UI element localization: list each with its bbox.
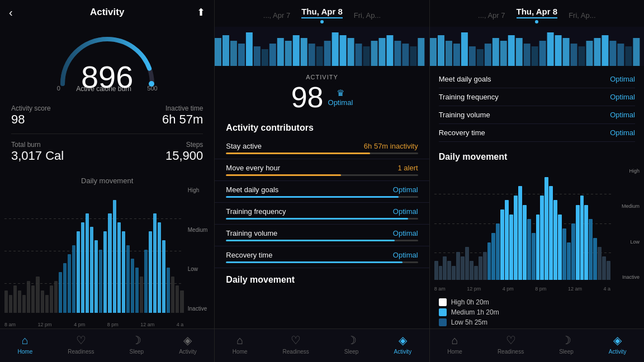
score-row: 98 ♛ Optimal — [291, 80, 353, 114]
legend-dot — [439, 318, 447, 326]
nav-readiness[interactable]: ♡ Readiness — [68, 334, 94, 355]
movement-bar-item — [443, 256, 447, 280]
crown-icon: ♛ — [337, 88, 344, 98]
contributor-row: Recovery time Optimal — [215, 246, 429, 268]
svg-rect-38 — [508, 35, 514, 66]
nav-sleep-label: Sleep — [130, 349, 144, 355]
svg-rect-46 — [570, 44, 577, 66]
svg-rect-45 — [562, 38, 569, 66]
movement-bar-item — [509, 215, 513, 280]
movement-bar-item — [479, 256, 482, 280]
svg-rect-16 — [332, 32, 339, 66]
svg-rect-42 — [539, 41, 546, 66]
sleep-icon: ☽ — [131, 334, 141, 347]
bar-item — [72, 245, 75, 313]
bar-item — [18, 290, 21, 313]
p3-chart-levels: High Medium Low Inactive — [622, 168, 640, 280]
svg-rect-31 — [453, 44, 460, 66]
svg-rect-39 — [515, 38, 522, 66]
svg-rect-14 — [316, 46, 323, 66]
readiness-value: Optimal — [610, 75, 635, 83]
svg-rect-52 — [617, 44, 624, 66]
nav-readiness-p2[interactable]: ♡ Readiness — [283, 334, 309, 355]
p3-date-dot — [535, 20, 538, 23]
bar-item — [68, 254, 71, 313]
bar-item — [113, 200, 116, 313]
p3-date-center-wrap: Thu, Apr 8 — [517, 7, 558, 23]
contributor-bar-bg — [226, 218, 418, 220]
movement-bar-item — [602, 256, 606, 280]
stat-value-activity: 98 — [11, 112, 107, 127]
movement-bar-item — [527, 219, 531, 280]
p3-level-medium: Medium — [622, 203, 640, 209]
svg-rect-32 — [461, 32, 468, 66]
back-button[interactable]: ‹ — [9, 6, 13, 19]
svg-rect-26 — [410, 46, 417, 66]
level-high: High — [188, 187, 208, 193]
readiness-icon-p2: ♡ — [291, 334, 301, 347]
share-button[interactable]: ⬆ — [197, 6, 205, 18]
contributor-bar-bg — [226, 153, 418, 154]
nav-home-p3[interactable]: ⌂ Home — [447, 334, 462, 355]
svg-rect-23 — [387, 35, 394, 66]
nav-readiness-label-p2: Readiness — [283, 349, 309, 355]
p3-date-nav: ..., Apr 7 Thu, Apr 8 Fri, Ap... — [478, 7, 595, 23]
sleep-icon-p3: ☽ — [561, 334, 571, 347]
movement-bar-item — [523, 205, 527, 280]
movement-bar-item — [549, 186, 553, 280]
svg-rect-7 — [262, 49, 268, 66]
movement-bar-item — [447, 261, 451, 280]
stat-steps: Steps 15,900 — [108, 137, 203, 166]
nav-activity[interactable]: ◈ Activity — [179, 334, 197, 355]
nav-home-label: Home — [18, 349, 33, 355]
bar-item — [167, 268, 170, 313]
p3-level-inactive: Inactive — [622, 274, 640, 280]
divider — [11, 134, 203, 134]
contributor-bar-fill — [226, 240, 395, 241]
movement-bar-item — [540, 196, 544, 280]
svg-rect-47 — [578, 46, 585, 66]
bar-item — [99, 250, 102, 313]
movement-bar-item — [553, 200, 557, 280]
svg-rect-19 — [356, 44, 362, 66]
movement-bar-item — [589, 219, 593, 280]
nav-activity-p3[interactable]: ◈ Activity — [609, 334, 627, 355]
p3-time-axis: 8 am 12 pm 4 pm 8 pm 12 am 4 a — [434, 286, 610, 292]
bar-item — [153, 213, 157, 313]
activity-label: ACTIVITY — [306, 74, 338, 80]
legend-item: High 0h 20m — [439, 298, 635, 306]
date-center-wrap: Thu, Apr 8 — [301, 7, 343, 23]
svg-rect-40 — [523, 44, 530, 66]
svg-rect-50 — [602, 35, 608, 66]
movement-bar-item — [558, 215, 562, 280]
svg-rect-28 — [430, 38, 437, 66]
nav-sleep-label-p2: Sleep — [344, 349, 359, 355]
movement-bar-item — [483, 252, 487, 280]
svg-rect-48 — [586, 41, 593, 66]
contributor-name: Recovery time — [226, 251, 272, 259]
date-center: Thu, Apr 8 — [301, 7, 343, 18]
readiness-value: Optimal — [610, 93, 635, 101]
nav-sleep[interactable]: ☽ Sleep — [130, 334, 144, 355]
stat-activity-score: Activity score 98 — [11, 101, 107, 130]
contributor-bar-bg — [226, 196, 418, 198]
nav-readiness-p3[interactable]: ♡ Readiness — [498, 334, 524, 355]
bar-item — [171, 277, 174, 313]
movement-bars — [434, 165, 610, 280]
nav-activity-p2[interactable]: ◈ Activity — [394, 334, 411, 355]
contributor-status: 6h 57m inactivity — [364, 142, 418, 150]
svg-rect-54 — [633, 38, 640, 66]
nav-home[interactable]: ⌂ Home — [18, 334, 33, 355]
bar-item — [140, 277, 143, 313]
svg-rect-13 — [309, 44, 315, 66]
nav-sleep-p2[interactable]: ☽ Sleep — [344, 334, 359, 355]
movement-bar-item — [536, 215, 540, 280]
legend-item: Medium 1h 20m — [439, 308, 635, 316]
contributor-row: Training frequency Optimal — [215, 203, 429, 225]
time-axis: 8 am 12 pm 4 pm 8 pm 12 am 4 a — [4, 322, 183, 327]
contributor-row: Move every hour 1 alert — [215, 159, 429, 181]
contributor-row: Stay active 6h 57m inactivity — [215, 137, 429, 159]
nav-home-p2[interactable]: ⌂ Home — [233, 334, 248, 355]
daily-movement-title: Daily movement — [0, 172, 214, 187]
nav-sleep-p3[interactable]: ☽ Sleep — [559, 334, 574, 355]
